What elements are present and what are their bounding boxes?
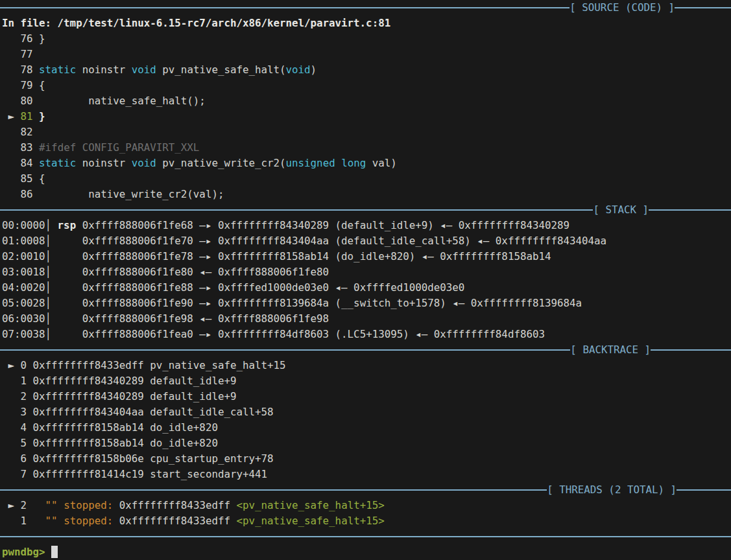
- stack-row: 07:0038│ 0xffff888006f1fea0 —▸ 0xfffffff…: [0, 327, 731, 342]
- stack-offset: 03:0018: [2, 266, 45, 278]
- stack-offset: 04:0020: [2, 281, 45, 294]
- source-line: ► 81 }: [0, 109, 731, 124]
- divider-line: [0, 489, 547, 491]
- code-token: pv_native_write_cr2(: [156, 157, 286, 169]
- code-token: native_safe_halt();: [39, 95, 206, 107]
- backtrace-frame: 3 0xffffffff843404aa default_idle_call+5…: [0, 404, 731, 420]
- frame-symbol: do_idle+820: [150, 421, 218, 434]
- code-token: long: [341, 157, 366, 169]
- backtrace-frame: 7 0xffffffff81414c19 start_secondary+441: [0, 467, 731, 482]
- stack-row: 01:0008│ 0xffff888006f1fe70 —▸ 0xfffffff…: [0, 233, 731, 249]
- line-number: 79: [21, 79, 40, 91]
- code-token: static: [39, 64, 76, 76]
- source-line: 85 {: [0, 171, 731, 187]
- source-line: 76 }: [0, 31, 731, 47]
- backtrace-frame: 6 0xffffffff8158b06e cpu_startup_entry+7…: [0, 451, 731, 467]
- divider-line: [0, 209, 593, 211]
- line-number: 82: [21, 126, 40, 138]
- stack-value-chain: 0xffff888006f1fe68 —▸ 0xffffffff84340289…: [82, 219, 569, 231]
- frame-index: 2: [21, 390, 33, 402]
- code-token: }: [39, 32, 45, 45]
- backtrace-frame: 1 0xffffffff84340289 default_idle+9: [0, 373, 731, 389]
- section-header-stack: [ STACK ]: [0, 202, 731, 218]
- divider-line: [649, 209, 731, 211]
- section-header-threads: [ THREADS (2 TOTAL) ]: [0, 482, 731, 498]
- code-token: noinstr: [76, 64, 132, 76]
- command-prompt-row[interactable]: pwndbg>: [0, 544, 731, 560]
- code-token: #ifdef CONFIG_PARAVIRT_XXL: [39, 141, 199, 154]
- frame-address: 0xffffffff8433edff: [33, 359, 150, 371]
- line-number: 83: [21, 141, 40, 154]
- section-header-source: [ SOURCE (CODE) ]: [0, 0, 731, 16]
- frame-symbol: do_idle+820: [150, 437, 218, 449]
- source-line: 82: [0, 124, 731, 140]
- threads-block: ► 2 "" stopped: 0xffffffff8433edff <pv_n…: [0, 498, 731, 529]
- line-number: 80: [21, 95, 40, 107]
- bottom-divider: [0, 529, 731, 544]
- code-token: void: [132, 157, 156, 169]
- prompt-label: pwndbg>: [2, 546, 45, 558]
- section-title-source: [ SOURCE (CODE) ]: [569, 0, 675, 16]
- frame-address: 0xffffffff843404aa: [33, 406, 150, 418]
- frame-symbol: start_secondary+441: [150, 468, 267, 480]
- thread-status: stopped:: [64, 515, 119, 527]
- code-token: void: [132, 64, 156, 76]
- stack-offset: 06:0030: [2, 312, 45, 325]
- stack-separator: │: [45, 235, 52, 247]
- stack-separator: │: [45, 281, 52, 294]
- frame-symbol: cpu_startup_entry+78: [150, 452, 273, 465]
- frame-index: 7: [21, 468, 33, 480]
- thread-id: 2: [21, 499, 45, 511]
- divider-line: [651, 349, 731, 351]
- frame-address: 0xffffffff8158ab14: [33, 437, 150, 449]
- thread-id: 1: [21, 515, 45, 527]
- frame-index: 5: [21, 437, 33, 449]
- backtrace-frame: ► 0 0xffffffff8433edff pv_native_safe_ha…: [0, 358, 731, 373]
- frame-index: 1: [21, 375, 33, 387]
- thread-address: 0xffffffff8433edff: [119, 515, 237, 527]
- line-number: 85: [21, 172, 40, 185]
- thread-name: "": [45, 515, 64, 527]
- code-token: noinstr: [76, 157, 132, 169]
- stack-separator: │: [45, 250, 52, 262]
- stack-separator: │: [45, 219, 52, 231]
- frame-index: 6: [21, 452, 33, 465]
- code-token: [335, 157, 342, 169]
- stack-row: 00:0000│ rsp 0xffff888006f1fe68 —▸ 0xfff…: [0, 218, 731, 233]
- stack-separator: │: [45, 312, 52, 325]
- divider-line: [675, 7, 731, 8]
- stack-offset: 05:0028: [2, 297, 45, 309]
- frame-symbol: pv_native_safe_halt+15: [150, 359, 285, 371]
- source-file-path: In file: /tmp/test/linux-6.15-rc7/arch/x…: [0, 16, 731, 31]
- stack-separator: │: [45, 328, 52, 340]
- backtrace-frame: 5 0xffffffff8158ab14 do_idle+820: [0, 436, 731, 451]
- stack-value-chain: 0xffff888006f1fe98 ◂— 0xffff888006f1fe98: [82, 312, 329, 325]
- code-token: native_write_cr2(val);: [39, 188, 224, 200]
- backtrace-frame: 2 0xffffffff84340289 default_idle+9: [0, 389, 731, 404]
- thread-symbol: <pv_native_safe_halt+15>: [236, 499, 384, 511]
- backtrace-frame: 4 0xffffffff8158ab14 do_idle+820: [0, 420, 731, 436]
- line-number: 76: [21, 32, 40, 45]
- divider-line: [0, 7, 569, 8]
- line-number: 78: [21, 64, 40, 76]
- stack-row: 03:0018│ 0xffff888006f1fe80 ◂— 0xffff888…: [0, 264, 731, 280]
- code-token: }: [39, 110, 45, 122]
- register-label: rsp: [58, 219, 77, 231]
- frame-address: 0xffffffff8158ab14: [33, 421, 150, 434]
- code-token: {: [39, 79, 45, 91]
- code-token: {: [39, 172, 45, 185]
- frame-address: 0xffffffff84340289: [33, 390, 150, 402]
- divider-line: [0, 536, 731, 537]
- stack-value-chain: 0xffff888006f1fe80 ◂— 0xffff888006f1fe80: [82, 266, 329, 278]
- source-line: 78 static noinstr void pv_native_safe_ha…: [0, 62, 731, 78]
- text-cursor[interactable]: [51, 546, 58, 558]
- stack-value-chain: 0xffff888006f1fe70 —▸ 0xffffffff843404aa…: [82, 235, 606, 247]
- stack-row: 05:0028│ 0xffff888006f1fe90 —▸ 0xfffffff…: [0, 296, 731, 311]
- frame-address: 0xffffffff8158b06e: [33, 452, 150, 465]
- section-title-threads: [ THREADS (2 TOTAL) ]: [547, 482, 677, 498]
- line-number: 84: [21, 157, 40, 169]
- current-line-marker-icon: ►: [2, 110, 21, 122]
- pwndbg-terminal: [ SOURCE (CODE) ] In file: /tmp/test/lin…: [0, 0, 731, 560]
- stack-value-chain: 0xffff888006f1fe90 —▸ 0xffffffff8139684a…: [82, 297, 582, 309]
- prompt-spacer: [45, 546, 52, 558]
